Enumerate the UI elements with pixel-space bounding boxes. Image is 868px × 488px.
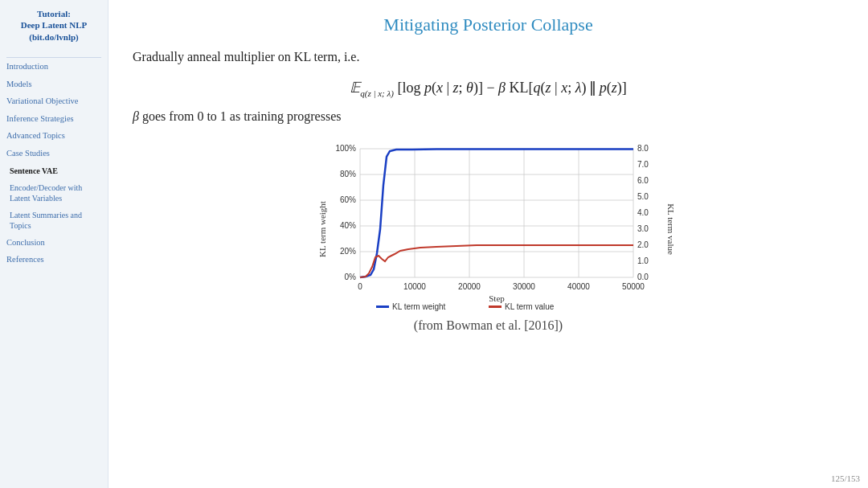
svg-text:KL term weight: KL term weight [317,201,327,257]
svg-text:30000: 30000 [513,282,535,291]
svg-text:1.0: 1.0 [637,256,649,265]
beta-text: β goes from 0 to 1 as training progresse… [133,109,844,124]
svg-text:20000: 20000 [458,282,481,291]
sidebar-item-latent-summaries[interactable]: Latent Summaries and Topics [6,210,101,231]
sidebar: Tutorial: Deep Latent NLP (bit.do/lvnlp)… [0,0,108,488]
svg-text:80%: 80% [339,170,355,178]
svg-text:2.0: 2.0 [637,240,649,249]
svg-text:100%: 100% [335,144,356,153]
svg-rect-36 [376,306,389,308]
svg-text:20%: 20% [339,247,355,256]
sidebar-item-models[interactable]: Models [6,79,101,90]
slide-title: Mitigating Posterior Collapse [133,14,844,35]
svg-text:60%: 60% [339,195,355,204]
svg-text:KL term value: KL term value [666,203,676,255]
main-content: Mitigating Posterior Collapse Gradually … [108,0,868,488]
sidebar-item-introduction[interactable]: Introduction [6,61,101,72]
slide-number: 125/153 [831,474,860,483]
chart-caption: (from Bowman et al. [2016]) [133,318,844,333]
svg-text:0%: 0% [344,273,356,281]
sidebar-item-advanced[interactable]: Advanced Topics [6,130,101,141]
svg-text:40%: 40% [339,221,355,230]
sidebar-item-encoder-decoder[interactable]: Encoder/Decoder with Latent Variables [6,182,101,203]
svg-text:4.0: 4.0 [637,208,649,217]
svg-text:6.0: 6.0 [637,176,649,185]
svg-rect-38 [489,306,502,308]
svg-text:7.0: 7.0 [637,160,649,169]
sidebar-item-conclusion[interactable]: Conclusion [6,237,101,248]
math-formula: 𝔼q(z | x; λ) [log p(x | z; θ)] − β KL[q(… [133,79,844,98]
svg-text:0: 0 [358,282,362,291]
svg-text:8.0: 8.0 [637,144,649,153]
chart-svg: KL term weight KL term value [316,137,678,314]
chart-container: KL term weight KL term value [133,137,844,314]
sidebar-item-variational[interactable]: Variational Objective [6,96,101,107]
svg-text:5.0: 5.0 [637,192,649,201]
svg-text:50000: 50000 [622,282,645,291]
sidebar-item-sentence-vae[interactable]: Sentence VAE [6,166,101,176]
svg-text:0.0: 0.0 [637,273,649,281]
svg-text:KL term weight: KL term weight [392,302,446,311]
svg-text:Step: Step [489,293,505,303]
sidebar-item-references[interactable]: References [6,254,101,265]
svg-text:KL term value: KL term value [505,302,555,311]
sidebar-item-casestudies[interactable]: Case Studies [6,148,101,159]
intro-text: Gradually anneal multiplier on KL term, … [133,50,844,64]
sidebar-item-inference[interactable]: Inference Strategies [6,113,101,125]
svg-text:10000: 10000 [403,282,426,291]
sidebar-title: Tutorial: Deep Latent NLP (bit.do/lvnlp) [6,8,101,43]
svg-text:40000: 40000 [567,282,590,291]
chart-wrap: KL term weight KL term value [316,137,661,314]
svg-text:3.0: 3.0 [637,224,649,233]
